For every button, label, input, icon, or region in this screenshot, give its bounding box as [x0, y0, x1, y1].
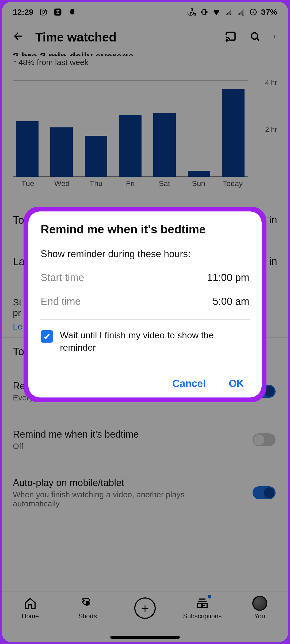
start-time-row[interactable]: Start time 11:00 pm — [41, 272, 249, 283]
bedtime-dialog: Remind me when it's bedtime Show reminde… — [28, 211, 262, 397]
dialog-title: Remind me when it's bedtime — [41, 223, 249, 236]
wait-checkbox-row[interactable]: Wait until I finish my video to show the… — [41, 329, 249, 354]
checkbox-label: Wait until I finish my video to show the… — [60, 329, 249, 354]
start-time-label: Start time — [41, 272, 84, 283]
ok-button[interactable]: OK — [229, 378, 244, 389]
start-time-value: 11:00 pm — [207, 272, 249, 283]
checkbox-checked-icon[interactable] — [41, 330, 53, 343]
dialog-subtitle: Show reminder during these hours: — [41, 248, 249, 260]
end-time-value: 5:00 am — [213, 296, 249, 307]
end-time-row[interactable]: End time 5:00 am — [41, 296, 249, 307]
end-time-label: End time — [41, 296, 81, 307]
cancel-button[interactable]: Cancel — [172, 378, 206, 389]
dialog-highlight-frame: Remind me when it's bedtime Show reminde… — [24, 207, 266, 402]
